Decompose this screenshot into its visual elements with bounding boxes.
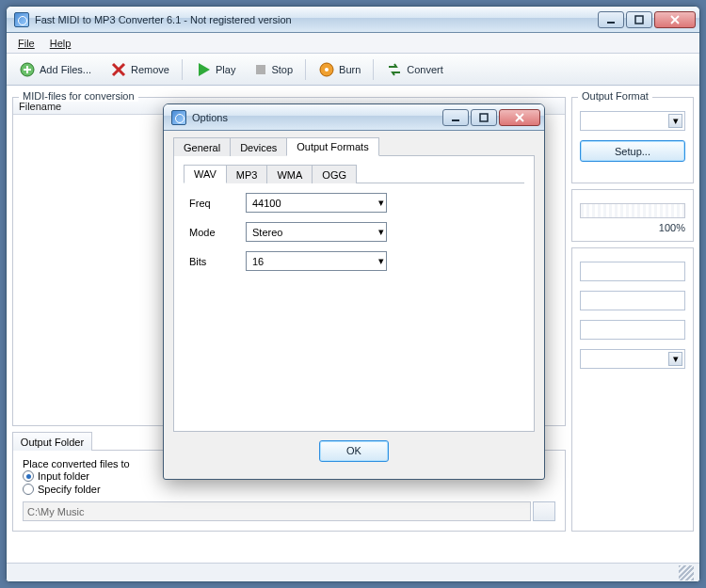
modal-overlay: Options General Devices Output Formats W… (0, 0, 706, 588)
svg-rect-14 (480, 114, 488, 121)
chevron-down-icon: ▾ (378, 197, 384, 209)
options-dialog: Options General Devices Output Formats W… (163, 103, 545, 480)
subtab-wma[interactable]: WMA (266, 165, 313, 183)
subtab-ogg[interactable]: OGG (312, 165, 357, 183)
output-folder-tab[interactable]: Output Folder (12, 432, 92, 451)
ok-button[interactable]: OK (319, 440, 389, 462)
dialog-titlebar[interactable]: Options (164, 104, 544, 131)
freq-select[interactable]: 44100 ▾ (246, 193, 387, 213)
subtab-mp3[interactable]: MP3 (226, 165, 268, 183)
tab-devices[interactable]: Devices (230, 137, 287, 156)
mode-label: Mode (189, 227, 246, 238)
mode-select[interactable]: Stereo ▾ (246, 222, 387, 242)
tab-general[interactable]: General (173, 137, 231, 156)
chevron-down-icon: ▾ (378, 226, 384, 238)
dialog-maximize-button[interactable] (471, 109, 497, 126)
tab-output-formats[interactable]: Output Formats (286, 137, 378, 156)
dialog-tabs: General Devices Output Formats (173, 136, 535, 156)
bits-label: Bits (189, 256, 246, 267)
dialog-close-button[interactable] (499, 109, 540, 126)
freq-label: Freq (189, 198, 246, 209)
formats-panel: WAV MP3 WMA OGG Freq 44100 ▾ Mode Stereo (173, 156, 535, 432)
bits-select[interactable]: 16 ▾ (246, 251, 387, 271)
app-icon (171, 110, 186, 125)
dialog-minimize-button[interactable] (442, 109, 469, 126)
chevron-down-icon: ▾ (378, 255, 384, 267)
dialog-title: Options (192, 112, 228, 123)
subtab-wav[interactable]: WAV (184, 165, 227, 183)
format-subtabs: WAV MP3 WMA OGG (184, 164, 524, 183)
